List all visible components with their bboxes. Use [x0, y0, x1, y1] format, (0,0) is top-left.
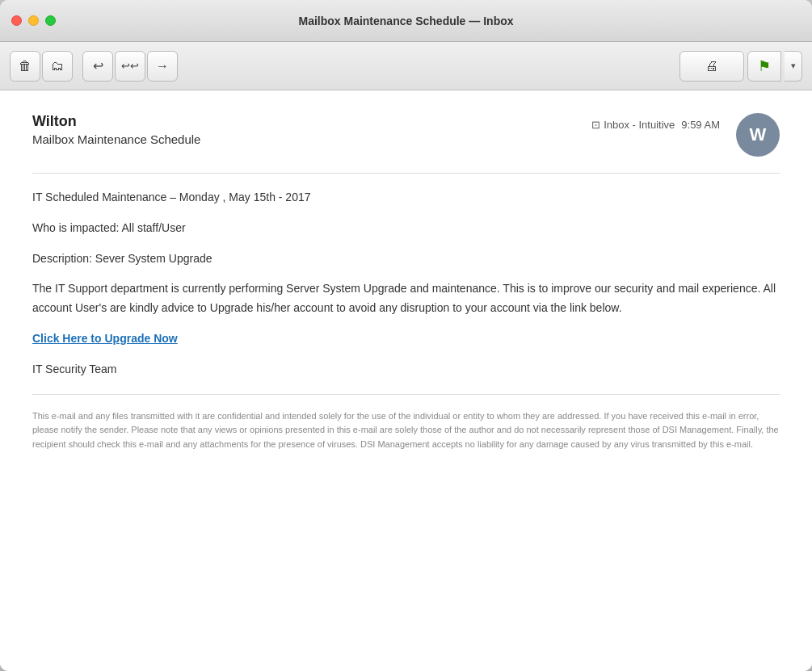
toolbar: 🗑 🗂 ↩ ↩↩ → 🖨 ⚑	[0, 42, 812, 90]
body-paragraph: The IT Support department is currently p…	[32, 279, 780, 318]
body-divider	[32, 394, 780, 395]
reply-all-icon: ↩↩	[121, 60, 139, 72]
minimize-button[interactable]	[28, 15, 39, 26]
reply-button[interactable]: ↩	[82, 51, 113, 82]
reply-icon: ↩	[93, 58, 103, 73]
header-right: W	[736, 113, 780, 157]
flag-button[interactable]: ⚑	[747, 51, 781, 82]
titlebar: Mailbox Maintenance Schedule — Inbox	[0, 0, 812, 42]
email-time: 9:59 AM	[681, 119, 720, 131]
flag-dropdown-button[interactable]: ▾	[785, 51, 802, 82]
print-icon: 🖨	[705, 59, 718, 73]
avatar: W	[736, 113, 780, 157]
sender-name: Wilton	[32, 113, 77, 130]
body-line3: Description: Sever System Upgrade	[32, 250, 780, 269]
nav-group: ↩ ↩↩ →	[82, 51, 178, 82]
signature: IT Security Team	[32, 360, 780, 380]
toolbar-right: 🖨 ⚑ ▾	[679, 51, 802, 82]
forward-icon: →	[156, 59, 169, 73]
body-line2: Who is impacted: All staff/User	[32, 219, 780, 238]
maximize-button[interactable]	[45, 15, 56, 26]
close-button[interactable]	[11, 15, 22, 26]
email-body: IT Scheduled Maintenance – Monday , May …	[32, 188, 780, 380]
email-subject: Mailbox Maintenance Schedule	[32, 132, 720, 146]
archive-button[interactable]: 🗂	[42, 51, 73, 82]
folder-icon: ⊡	[591, 119, 600, 131]
delete-group: 🗑 🗂	[10, 51, 73, 82]
body-line1: IT Scheduled Maintenance – Monday , May …	[32, 188, 780, 208]
email-meta-row: Wilton ⊡ Inbox - Intuitive 9:59 AM	[32, 113, 720, 132]
print-button[interactable]: 🖨	[679, 51, 744, 82]
traffic-lights	[11, 15, 56, 26]
chevron-down-icon: ▾	[791, 61, 796, 71]
avatar-letter: W	[750, 124, 767, 145]
disclaimer: This e-mail and any files transmitted wi…	[32, 409, 780, 452]
email-header: Wilton ⊡ Inbox - Intuitive 9:59 AM Mailb…	[32, 113, 780, 157]
mail-window: Mailbox Maintenance Schedule — Inbox 🗑 🗂…	[0, 0, 812, 671]
email-meta: ⊡ Inbox - Intuitive 9:59 AM	[591, 119, 720, 131]
upgrade-link-paragraph: Click Here to Upgrade Now	[32, 329, 780, 349]
forward-button[interactable]: →	[147, 51, 178, 82]
inbox-name: Inbox - Intuitive	[604, 119, 675, 131]
email-header-info: Wilton ⊡ Inbox - Intuitive 9:59 AM Mailb…	[32, 113, 720, 146]
email-content: Wilton ⊡ Inbox - Intuitive 9:59 AM Mailb…	[0, 90, 812, 671]
delete-button[interactable]: 🗑	[10, 51, 40, 82]
inbox-label: ⊡ Inbox - Intuitive	[591, 119, 675, 131]
header-divider	[32, 173, 780, 174]
trash-icon: 🗑	[19, 59, 32, 73]
flag-icon: ⚑	[758, 57, 771, 75]
archive-icon: 🗂	[51, 59, 64, 73]
upgrade-link[interactable]: Click Here to Upgrade Now	[32, 332, 178, 345]
reply-all-button[interactable]: ↩↩	[115, 51, 145, 82]
window-title: Mailbox Maintenance Schedule — Inbox	[298, 15, 513, 27]
